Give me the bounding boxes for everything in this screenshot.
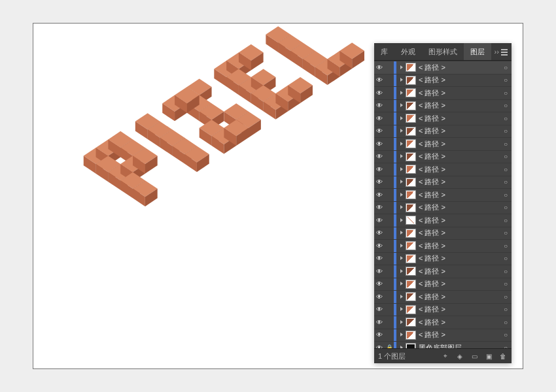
expand-icon[interactable] <box>396 167 406 172</box>
layer-name[interactable]: < 路径 > <box>419 253 500 263</box>
target-icon[interactable]: ○ <box>500 293 512 301</box>
target-icon[interactable]: ○ <box>500 344 512 348</box>
expand-icon[interactable] <box>396 281 406 287</box>
visibility-toggle-icon[interactable]: 👁 <box>374 127 385 135</box>
target-icon[interactable]: ○ <box>500 153 512 160</box>
visibility-toggle-icon[interactable]: 👁 <box>374 166 385 173</box>
layer-row[interactable]: 👁< 路径 >○ <box>374 99 512 112</box>
layer-name[interactable]: < 路径 > <box>419 216 500 225</box>
expand-icon[interactable] <box>396 103 406 108</box>
layer-row[interactable]: 👁< 路径 >○ <box>374 137 512 150</box>
target-icon[interactable]: ○ <box>500 166 512 173</box>
target-icon[interactable]: ○ <box>500 255 512 262</box>
layer-row[interactable]: 👁< 路径 >○ <box>374 86 512 99</box>
layer-name[interactable]: < 路径 > <box>419 114 500 123</box>
layer-row[interactable]: 👁< 路径 >○ <box>374 176 512 189</box>
layer-name[interactable]: < 路径 > <box>419 190 500 200</box>
layer-row[interactable]: 👁< 路径 >○ <box>374 303 512 316</box>
new-layer-icon[interactable]: ▣ <box>484 353 493 360</box>
tab-graphic-styles[interactable]: 图形样式 <box>422 43 464 60</box>
visibility-toggle-icon[interactable]: 👁 <box>374 76 385 84</box>
target-icon[interactable]: ○ <box>500 331 512 338</box>
expand-icon[interactable] <box>396 65 406 71</box>
layer-row[interactable]: 👁< 路径 >○ <box>374 61 512 74</box>
expand-icon[interactable] <box>396 294 406 300</box>
expand-icon[interactable] <box>396 332 406 338</box>
layer-name[interactable]: < 路径 > <box>419 228 500 238</box>
visibility-toggle-icon[interactable]: 👁 <box>374 115 385 122</box>
expand-icon[interactable] <box>396 319 406 325</box>
target-icon[interactable]: ○ <box>500 115 512 122</box>
target-icon[interactable]: ○ <box>500 178 512 186</box>
layer-name[interactable]: < 路径 > <box>419 88 500 98</box>
layer-name[interactable]: < 路径 > <box>419 152 500 161</box>
layer-row[interactable]: 👁< 路径 >○ <box>374 150 512 163</box>
layer-row[interactable]: 👁< 路径 >○ <box>374 163 512 176</box>
target-icon[interactable]: ○ <box>500 306 512 313</box>
visibility-toggle-icon[interactable]: 👁 <box>374 217 385 224</box>
layer-name[interactable]: < 路径 > <box>419 267 500 276</box>
tab-library[interactable]: 库 <box>374 43 394 60</box>
layer-row[interactable]: 👁< 路径 >○ <box>374 329 512 342</box>
target-icon[interactable]: ○ <box>500 76 512 84</box>
expand-icon[interactable] <box>396 230 406 236</box>
expand-icon[interactable] <box>396 204 406 210</box>
new-sublayer-icon[interactable]: ▭ <box>470 353 479 360</box>
expand-icon[interactable] <box>396 218 406 223</box>
target-icon[interactable]: ○ <box>500 280 512 287</box>
layer-name[interactable]: < 路径 > <box>419 101 500 110</box>
layer-row[interactable]: 👁< 路径 >○ <box>374 125 512 138</box>
layer-row[interactable]: 👁< 路径 >○ <box>374 188 512 201</box>
layer-name[interactable]: < 路径 > <box>419 203 500 212</box>
expand-icon[interactable] <box>396 192 406 198</box>
layer-name[interactable]: < 路径 > <box>419 279 500 289</box>
target-icon[interactable]: ○ <box>500 90 512 97</box>
locate-icon[interactable]: ⌖ <box>441 352 450 360</box>
layer-name[interactable]: < 路径 > <box>419 304 500 314</box>
layer-name[interactable]: < 路径 > <box>419 126 500 136</box>
delete-icon[interactable]: 🗑 <box>498 353 508 360</box>
panel-more[interactable]: ›› <box>491 43 512 60</box>
layer-row[interactable]: 👁< 路径 >○ <box>374 112 512 125</box>
target-icon[interactable]: ○ <box>500 268 512 275</box>
expand-icon[interactable] <box>396 116 406 122</box>
target-icon[interactable]: ○ <box>500 319 512 326</box>
target-icon[interactable]: ○ <box>500 204 512 211</box>
visibility-toggle-icon[interactable]: 👁 <box>374 153 385 160</box>
layer-row[interactable]: 👁< 路径 >○ <box>374 239 512 252</box>
expand-icon[interactable] <box>396 306 406 312</box>
expand-icon[interactable] <box>396 128 406 134</box>
target-icon[interactable]: ○ <box>500 242 512 250</box>
layer-name[interactable]: < 路径 > <box>419 241 500 251</box>
collect-icon[interactable]: ◈ <box>455 353 464 360</box>
target-icon[interactable]: ○ <box>500 229 512 237</box>
expand-icon[interactable] <box>396 179 406 185</box>
visibility-toggle-icon[interactable]: 👁 <box>374 90 385 97</box>
lock-icon[interactable]: 🔒 <box>385 344 394 348</box>
visibility-toggle-icon[interactable]: 👁 <box>374 306 385 313</box>
expand-icon[interactable] <box>396 345 406 348</box>
target-icon[interactable]: ○ <box>500 191 512 199</box>
expand-icon[interactable] <box>396 255 406 261</box>
visibility-toggle-icon[interactable]: 👁 <box>374 102 385 109</box>
visibility-toggle-icon[interactable]: 👁 <box>374 268 385 275</box>
visibility-toggle-icon[interactable]: 👁 <box>374 204 385 211</box>
layer-row[interactable]: 👁< 路径 >○ <box>374 290 512 303</box>
layer-name[interactable]: 黑色底部图层 <box>419 343 500 348</box>
visibility-toggle-icon[interactable]: 👁 <box>374 178 385 186</box>
expand-icon[interactable] <box>396 269 406 274</box>
expand-icon[interactable] <box>396 243 406 249</box>
target-icon[interactable]: ○ <box>500 64 512 71</box>
target-icon[interactable]: ○ <box>500 127 512 135</box>
visibility-toggle-icon[interactable]: 👁 <box>374 140 385 148</box>
visibility-toggle-icon[interactable]: 👁 <box>374 331 385 338</box>
layer-row[interactable]: 👁🔒黑色底部图层○ <box>374 341 512 348</box>
visibility-toggle-icon[interactable]: 👁 <box>374 64 385 71</box>
layer-name[interactable]: < 路径 > <box>419 318 500 327</box>
visibility-toggle-icon[interactable]: 👁 <box>374 242 385 250</box>
visibility-toggle-icon[interactable]: 👁 <box>374 319 385 326</box>
layer-name[interactable]: < 路径 > <box>419 177 500 187</box>
layer-row[interactable]: 👁< 路径 >○ <box>374 74 512 87</box>
target-icon[interactable]: ○ <box>500 102 512 109</box>
layer-name[interactable]: < 路径 > <box>419 63 500 73</box>
